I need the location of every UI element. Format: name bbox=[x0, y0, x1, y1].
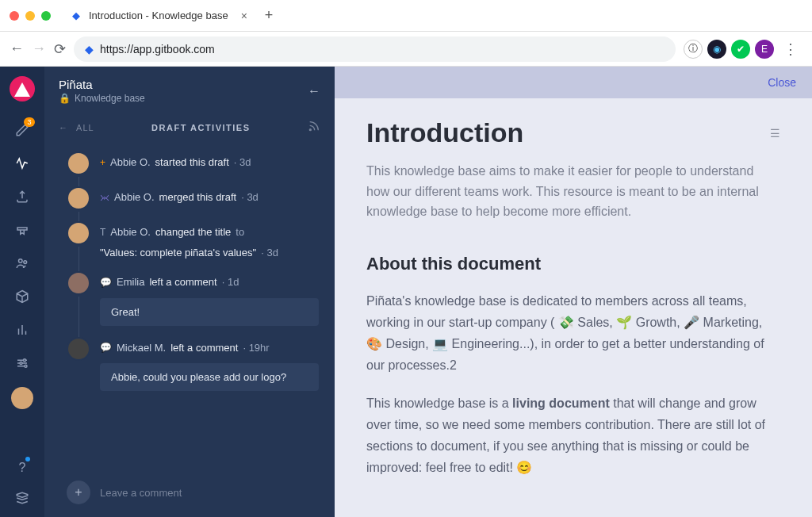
library-icon[interactable] bbox=[13, 488, 32, 507]
avatar bbox=[67, 221, 90, 245]
body-paragraph: Piñata's knowledge base is dedicated to … bbox=[366, 290, 780, 377]
svg-point-4 bbox=[25, 365, 27, 367]
profile-avatar[interactable]: E bbox=[755, 40, 774, 59]
back-button[interactable]: ← bbox=[10, 40, 24, 57]
site-identity-icon: ◆ bbox=[85, 43, 94, 56]
lock-icon: 🔒 bbox=[59, 93, 71, 104]
sidebar-header: Piñata 🔒 Knowledge base ← bbox=[44, 67, 335, 112]
all-drafts-link[interactable]: ← ALL bbox=[59, 123, 94, 132]
svg-point-3 bbox=[20, 362, 22, 365]
browser-menu-button[interactable]: ⋮ bbox=[779, 40, 802, 58]
analytics-icon[interactable] bbox=[13, 320, 32, 339]
avatar bbox=[67, 337, 90, 361]
reload-button[interactable]: ⟳ bbox=[54, 40, 66, 58]
notification-dot-icon bbox=[25, 457, 30, 461]
timeline-item: T Abbie O. changed the title to "Values:… bbox=[67, 221, 319, 271]
settings-icon[interactable] bbox=[13, 354, 32, 373]
edit-badge: 3 bbox=[24, 117, 35, 127]
timeline-item: ⩙ Abbie O. merged this draft · 3d bbox=[67, 186, 319, 221]
timeline-item: 💬 Mickael M. left a comment · 19hr Abbie… bbox=[67, 337, 319, 403]
extension-icon[interactable]: ◉ bbox=[707, 40, 726, 59]
tab-favicon-icon: ◆ bbox=[70, 10, 82, 22]
page-intro: This knowledge base aims to make it easi… bbox=[366, 161, 780, 222]
text-icon: T bbox=[100, 225, 105, 239]
design-icon[interactable] bbox=[13, 220, 32, 239]
outline-icon[interactable]: ☰ bbox=[770, 127, 780, 140]
add-comment-button[interactable]: + bbox=[67, 481, 90, 504]
org-name: Piñata bbox=[59, 78, 298, 91]
section-title: DRAFT ACTIVITIES bbox=[151, 123, 250, 132]
browser-tab[interactable]: ◆ Introduction - Knowledge base × bbox=[60, 3, 257, 29]
extension-icon[interactable]: ✔ bbox=[731, 40, 750, 59]
browser-tab-bar: ◆ Introduction - Knowledge base × + bbox=[0, 0, 812, 32]
merge-icon: ⩙ bbox=[100, 190, 109, 205]
leave-comment-input[interactable]: Leave a comment bbox=[100, 487, 182, 499]
draft-activities-header: ← ALL DRAFT ACTIVITIES bbox=[44, 112, 335, 144]
edit-icon[interactable]: 3 bbox=[13, 121, 32, 140]
svg-point-2 bbox=[24, 359, 26, 362]
user-avatar[interactable] bbox=[11, 387, 33, 409]
svg-point-0 bbox=[19, 259, 23, 263]
toolbar-extensions: ⓘ ◉ ✔ E ⋮ bbox=[684, 40, 802, 59]
share-icon[interactable] bbox=[13, 187, 32, 206]
plus-icon: + bbox=[100, 155, 105, 170]
space-name: 🔒 Knowledge base bbox=[59, 93, 298, 104]
url-text: https://app.gitbook.com bbox=[100, 43, 215, 56]
comment-body[interactable]: Abbie, could you please add our logo? bbox=[100, 363, 319, 391]
url-bar[interactable]: ◆ https://app.gitbook.com bbox=[74, 36, 676, 62]
avatar bbox=[67, 151, 90, 175]
forward-button[interactable]: → bbox=[32, 40, 46, 57]
svg-point-1 bbox=[24, 261, 27, 264]
close-button[interactable]: Close bbox=[768, 76, 796, 89]
activity-timeline: + Abbie O. started this draft · 3d ⩙ Abb… bbox=[44, 144, 335, 476]
maximize-window-button[interactable] bbox=[41, 11, 51, 21]
window-controls bbox=[0, 11, 60, 21]
comment-icon: 💬 bbox=[100, 275, 112, 289]
body-paragraph: This knowledge base is a living document… bbox=[366, 393, 780, 479]
extension-icon[interactable]: ⓘ bbox=[684, 40, 703, 59]
avatar bbox=[67, 271, 90, 295]
close-tab-icon[interactable]: × bbox=[241, 10, 247, 22]
leave-comment-row: + Leave a comment bbox=[44, 476, 335, 517]
browser-toolbar: ← → ⟳ ◆ https://app.gitbook.com ⓘ ◉ ✔ E … bbox=[0, 32, 812, 67]
team-icon[interactable] bbox=[13, 254, 32, 273]
svg-point-5 bbox=[309, 129, 311, 131]
feed-icon[interactable] bbox=[308, 120, 320, 136]
activity-icon[interactable] bbox=[13, 154, 32, 173]
cube-icon[interactable] bbox=[13, 287, 32, 306]
timeline-item: + Abbie O. started this draft · 3d bbox=[67, 151, 319, 186]
avatar bbox=[67, 186, 90, 210]
section-heading: About this document bbox=[366, 254, 780, 274]
close-bar: Close bbox=[335, 67, 812, 98]
comment-icon: 💬 bbox=[100, 340, 112, 354]
page-title: Introduction bbox=[366, 117, 523, 148]
collapse-sidebar-button[interactable]: ← bbox=[308, 84, 320, 98]
timeline-item: 💬 Emilia left a comment · 1d Great! bbox=[67, 271, 319, 337]
close-window-button[interactable] bbox=[10, 11, 19, 21]
icon-rail: 3 ? bbox=[0, 67, 44, 517]
tab-title: Introduction - Knowledge base bbox=[89, 10, 228, 21]
activity-sidebar: Piñata 🔒 Knowledge base ← ← ALL DRAFT AC… bbox=[44, 67, 335, 517]
main-content: Close Introduction ☰ This knowledge base… bbox=[335, 67, 812, 517]
org-logo-icon[interactable] bbox=[10, 76, 35, 101]
minimize-window-button[interactable] bbox=[25, 11, 35, 21]
help-icon[interactable]: ? bbox=[13, 458, 32, 477]
new-tab-button[interactable]: + bbox=[257, 7, 282, 24]
comment-body[interactable]: Great! bbox=[100, 298, 319, 326]
